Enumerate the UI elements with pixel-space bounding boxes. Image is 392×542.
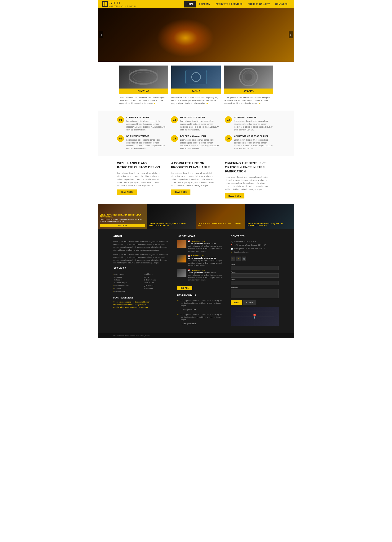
- feature-title: VOLUPTATE VELIT ESSE CILLUM: [234, 135, 275, 137]
- phone-field: Phone:: [231, 271, 279, 278]
- svg-rect-7: [185, 70, 207, 84]
- service-item: Dolor sit amet: [113, 273, 125, 275]
- email-icon: ✉: [231, 251, 233, 253]
- gallery-item-g1: LOREM IPSUM DOLOR SIT AMET CONSE CLETUR …: [98, 204, 147, 229]
- footer-contacts-heading: CONTACTS: [231, 235, 279, 238]
- nav-home[interactable]: HOME: [184, 0, 196, 7]
- message-field: Message:: [231, 287, 279, 299]
- ducting-image: [119, 65, 168, 88]
- nav-company[interactable]: COMPANY: [196, 0, 213, 7]
- logo-icon: [102, 1, 108, 7]
- ducting-more-link[interactable]: ▶: [154, 102, 155, 104]
- map-area: 📍: [231, 307, 279, 326]
- testimonial-text: Lorem ipsum dolor sit amet conse cletur …: [181, 299, 225, 307]
- footer-services-heading: SERVICES: [113, 267, 171, 270]
- feature-item: 04 DO EIUSMOD TEMPOR Lorem ipsum dolor s…: [117, 135, 167, 150]
- calendar-icon: 📅: [188, 269, 190, 271]
- nav-gallery[interactable]: PROJECT GALLERY: [245, 0, 273, 7]
- phone-input[interactable]: [231, 273, 279, 278]
- testimonial-item: Lorem ipsum dolor sit amet conse cletur …: [177, 314, 225, 325]
- tanks-more-link[interactable]: ▶: [207, 102, 208, 104]
- partner-link[interactable]: Ut enim ad minim veniam nostrud exercita…: [113, 306, 171, 308]
- feature-content: UT ENIM AD MINIM VE Lorem ipsum dolor si…: [234, 116, 275, 131]
- info-col-text: Lorem ipsum dolor sit amet conse cletur …: [171, 172, 217, 187]
- feature-title: INCIDIDUNT UT LABORE: [180, 116, 221, 119]
- phone-label: Phone:: [231, 271, 279, 273]
- feature-item: 03 UT ENIM AD MINIM VE Lorem ipsum dolor…: [225, 116, 275, 131]
- info-col-title: A COMPLETE LINE OF PRODUCTS IS AVAILABLE: [171, 162, 217, 170]
- contact-address-text: 4678 Marmora Road Glasgow D04 89GR: [234, 244, 266, 246]
- service-item: Incididunt ut: [143, 273, 153, 275]
- stacks-image: [224, 65, 273, 88]
- feature-title: UT ENIM AD MINIM VE: [234, 116, 275, 119]
- feature-item: 02 INCIDIDUNT UT LABORE Lorem ipsum dolo…: [171, 116, 221, 131]
- send-button[interactable]: SEND: [231, 300, 242, 305]
- service-card-tanks: TANKS Lorem ipsum dolor sit amet conse c…: [171, 65, 221, 107]
- footer-partners-heading: FOR PARTNERS: [113, 296, 171, 299]
- svg-rect-1: [105, 2, 107, 4]
- feature-content: INCIDIDUNT UT LABORE Lorem ipsum dolor s…: [180, 116, 221, 131]
- form-buttons: SEND CLEAR: [231, 300, 279, 305]
- news-item: 📅 25 November 2014 Lorem ipsum dolor sit…: [177, 269, 225, 281]
- footer-partners: FOR PARTNERS Conse cletur adipiscing sed…: [113, 296, 171, 308]
- footer-about-col: ABOUT Lorem ipsum dolor sit amet conse c…: [113, 235, 171, 327]
- testimonial-author: - Lorem ipsum dolor: [181, 309, 196, 311]
- stacks-more-link[interactable]: ▶: [259, 102, 260, 104]
- logo-text: STEEL AND FABRICATION INDUSTRY: [110, 1, 136, 7]
- contact-hours: 🕐 6am-4pm PST M-Th, 8am-3pm PST Fri: [231, 248, 279, 250]
- service-item: Elit sed do: [113, 279, 122, 281]
- email-input[interactable]: [231, 281, 279, 285]
- feature-text: Lorem ipsum dolor sit amet conse cletur …: [180, 139, 221, 150]
- feature-text: Lorem ipsum dolor sit amet conse cletur …: [234, 120, 275, 131]
- facebook-icon[interactable]: f: [231, 256, 235, 261]
- hero-next-button[interactable]: >: [289, 31, 293, 38]
- news-content: 📅 25 November 2014 Lorem ipsum dolor sit…: [188, 240, 225, 252]
- footer: ABOUT Lorem ipsum dolor sit amet conse c…: [98, 229, 294, 338]
- service-card-ducting: DUCTING Lorem ipsum dolor sit amet conse…: [119, 65, 168, 107]
- gallery-overlay: LOREM IPSUM DOLOR SIT AMET CONSE CLETUR …: [98, 204, 147, 229]
- see-all-button[interactable]: SEE ALL: [177, 286, 193, 290]
- name-input[interactable]: [231, 266, 279, 270]
- gallery-title: QUIS NOSTRUD EXERCITATION ULLAMCO LABORI…: [198, 223, 243, 227]
- partner-link[interactable]: Incididunt ut labore et dolore magna ali…: [113, 304, 171, 306]
- message-input[interactable]: [231, 289, 279, 298]
- info-col-title: WE'LL HANDLE ANY INTRICATE CUSTOM DESIGN: [117, 162, 163, 170]
- news-text: cletur adipiscing elit, sed do eiusmod t…: [188, 259, 225, 267]
- stacks-text: Lorem ipsum dolor sit amet conse cletur …: [224, 94, 273, 107]
- read-more-button[interactable]: READ MORE: [225, 193, 244, 199]
- testimonials-section: TESTIMONIALS Lorem ipsum dolor sit amet …: [177, 294, 225, 325]
- service-item: Quis nostrud: [143, 285, 154, 287]
- news-thumbnail: [177, 240, 186, 248]
- name-label: Name:: [231, 263, 279, 265]
- gallery-strip-section: LOREM IPSUM DOLOR SIT AMET CONSE CLETUR …: [98, 204, 294, 229]
- tanks-label: TANKS: [171, 88, 221, 94]
- read-more-button[interactable]: READ MORE: [117, 190, 137, 195]
- nav-products[interactable]: PRODUCTS & SERVICES: [213, 0, 245, 7]
- nav-contacts[interactable]: CONTACTS: [273, 0, 290, 7]
- twitter-icon[interactable]: t: [236, 256, 241, 261]
- service-item: Et dolore magna: [143, 279, 156, 281]
- service-item: Labore: [143, 276, 149, 278]
- gallery-title: UTENIM AD MINIM VENIAM, QUIS NOS-TRUD EX…: [149, 223, 194, 227]
- gallery-overlay: ULLAMCO LABORIS NISI UT ALIQUIP EX EA CO…: [245, 204, 294, 229]
- gallery-read-more-button[interactable]: READ MORE: [100, 224, 145, 227]
- instagram-icon[interactable]: 📷: [242, 256, 246, 261]
- gallery-overlay: QUIS NOSTRUD EXERCITATION ULLAMCO LABORI…: [196, 204, 245, 229]
- clock-icon: 🕐: [231, 248, 233, 250]
- footer-contacts-col: CONTACTS 📞 Free phone: 800-2345-6789 📍 4…: [231, 235, 279, 327]
- svg-rect-0: [103, 2, 105, 4]
- partner-link[interactable]: Conse cletur adipiscing sed do eiusmod t…: [113, 301, 171, 303]
- ducting-label: DUCTING: [119, 88, 168, 94]
- feature-title: DOLORE MAGNA ALIQUA: [180, 135, 221, 137]
- feature-content: LOREM IPSUM DOLOR Lorem ipsum dolor sit …: [126, 116, 167, 131]
- gallery-title: ULLAMCO LABORIS NISI UT ALIQUIP EX EA CO…: [247, 223, 292, 227]
- feature-title: LOREM IPSUM DOLOR: [126, 116, 167, 119]
- read-more-button[interactable]: READ MORE: [171, 190, 191, 195]
- phone-icon: 📞: [231, 240, 233, 243]
- svg-rect-3: [105, 4, 107, 6]
- testimonial-author: - Lorem ipsum dolor: [181, 323, 196, 325]
- news-title: Lorem ipsum dolor sit amet conse: [188, 257, 225, 259]
- hero-prev-button[interactable]: <: [99, 31, 103, 38]
- clear-button[interactable]: CLEAR: [243, 300, 256, 305]
- news-item: 📅 25 November 2014 Lorem ipsum dolor sit…: [177, 240, 225, 252]
